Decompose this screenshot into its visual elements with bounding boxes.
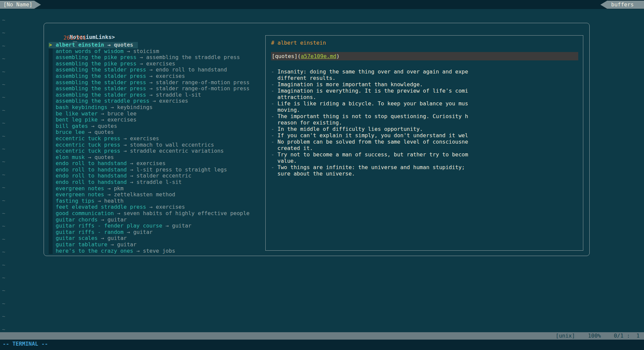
list-item[interactable]: here's to the crazy ones → steve jobs — [44, 248, 299, 254]
gutter — [49, 179, 53, 186]
bullet-dash: - — [271, 164, 277, 170]
gutter — [49, 86, 53, 92]
list-item[interactable]: assembling the stalder press → exercises — [44, 73, 299, 80]
gutter — [49, 229, 53, 236]
list-item[interactable]: endo roll to handstand → stalder eccentr… — [44, 173, 299, 179]
source-note-title: guitar scales — [56, 235, 98, 241]
link-pair-text: be like water → bruce lee — [53, 110, 137, 117]
list-item[interactable]: assembling the stalder press → stalder r… — [44, 80, 299, 86]
mode-indicator: -- TERMINAL -- — [3, 340, 48, 348]
target-note-title: → guitar — [98, 235, 127, 241]
gutter — [49, 248, 53, 254]
source-note-title: evergreen notes — [56, 185, 104, 192]
list-item[interactable]: guitar riffs - random → guitar — [44, 229, 299, 236]
list-item[interactable]: assembling the straddle press → exercise… — [44, 98, 299, 104]
target-note-title: → assembling the straddle press — [137, 54, 240, 60]
target-note-title: → guitar — [107, 241, 137, 248]
tilde-marker: ~ — [2, 94, 9, 100]
list-item[interactable]: bash keybindings → keybindings — [44, 104, 299, 111]
list-item-content: bent leg pike → exercises — [49, 117, 137, 123]
source-note-title: be like water — [56, 110, 98, 117]
source-note-title: evergreen notes — [56, 191, 104, 198]
list-item[interactable]: fasting tips → health — [44, 198, 299, 204]
quote-line-continuation: sure about the universe. — [271, 170, 583, 177]
list-item[interactable]: eccentric tuck press → exercises — [44, 136, 299, 142]
gutter — [49, 173, 53, 179]
list-item[interactable]: assembling the stalder press → straddle … — [44, 92, 299, 98]
list-item[interactable]: bent leg pike → exercises — [44, 117, 299, 123]
list-item[interactable]: good communication → seven habits of hig… — [44, 210, 299, 217]
list-item-content: assembling the straddle press → exercise… — [49, 98, 188, 104]
tilde-marker: ~ — [2, 287, 9, 294]
finder-prompt[interactable]: NotesiumLinks> — [57, 26, 115, 34]
list-item[interactable]: evergreen notes → zettelkasten method — [44, 192, 299, 198]
target-note-title: → stalder eccentric — [127, 172, 192, 179]
tilde-marker: ~ — [2, 184, 9, 191]
list-item[interactable]: endo roll to handstand → straddle l-sit — [44, 179, 299, 186]
list-item[interactable]: assembling the pike press → exercises — [44, 61, 299, 67]
list-item-content: evergreen notes → pkm — [49, 186, 123, 192]
target-note-title: → exercises — [120, 135, 159, 142]
source-note-title: fasting tips — [56, 198, 95, 204]
tab-buffers[interactable]: buffers — [600, 1, 644, 9]
quote-line: - Life is like riding a bicycle. To keep… — [271, 100, 583, 107]
tilde-marker: ~ — [2, 326, 9, 333]
quote-list: - Insanity: doing the same thing over an… — [271, 68, 583, 177]
gutter — [49, 117, 53, 123]
gutter — [49, 48, 53, 55]
tab-no-name[interactable]: [No Name] — [0, 1, 41, 9]
source-note-title: here's to the crazy ones — [56, 248, 133, 254]
gutter — [49, 67, 53, 73]
quote-line: - The important thing is not to stop que… — [271, 113, 583, 119]
list-item-content: >albert einstein → quotes — [49, 42, 138, 48]
fuzzy-finder-window: NotesiumLinks> 261/261 >albert einstein … — [44, 23, 590, 256]
list-item[interactable]: assembling the pike press → assembling t… — [44, 54, 299, 61]
list-item[interactable]: eccentric tuck press → stomach to wall e… — [44, 142, 299, 148]
list-item[interactable]: guitar scales → guitar — [44, 235, 299, 242]
tilde-marker: ~ — [2, 55, 9, 62]
target-note-title: → exercises — [137, 60, 175, 67]
list-item-content: endo roll to handstand → straddle l-sit — [49, 179, 182, 186]
source-note-title: assembling the straddle press — [56, 98, 149, 104]
link-pair-text: bruce lee → quotes — [53, 129, 114, 135]
list-item[interactable]: evergreen notes → pkm — [44, 186, 299, 192]
list-item[interactable]: guitar chords → guitar — [44, 217, 299, 223]
target-note-title: → seven habits of highly effective peopl… — [114, 210, 250, 216]
source-note-title: feet elevated straddle press — [56, 204, 146, 210]
list-item[interactable]: elon musk → quotes — [44, 154, 299, 161]
target-note-title: → stalder range-of-motion press — [146, 79, 250, 86]
source-note-title: assembling the stalder press — [56, 73, 146, 79]
list-item[interactable]: be like water → bruce lee — [44, 111, 299, 117]
gutter — [49, 61, 53, 67]
tilde-marker: ~ — [2, 43, 9, 49]
link-pair-text: guitar chords → guitar — [53, 216, 127, 223]
gutter — [49, 73, 53, 80]
markdown-link-line: [quotes](a57e109e.md) — [271, 52, 578, 60]
list-item[interactable]: feet elevated straddle press → exercises — [44, 204, 299, 210]
list-item[interactable]: bruce lee → quotes — [44, 129, 299, 136]
link-filename: a57e109e.md — [301, 53, 336, 59]
quote-line-continuation: attractions. — [271, 94, 583, 100]
gutter — [49, 136, 53, 142]
list-item[interactable]: endo roll to handstand → l-sit press to … — [44, 167, 299, 173]
source-note-title: guitar tablature — [56, 241, 107, 248]
list-item[interactable]: bill gates → quotes — [44, 123, 299, 130]
list-item[interactable]: anton words of wisdom → stoicism — [44, 48, 299, 55]
tilde-marker: ~ — [2, 171, 9, 178]
bullet-dash: - — [271, 88, 277, 94]
list-item[interactable]: assembling the stalder press → stalder r… — [44, 86, 299, 92]
target-note-title: → straddle eccentric variations — [120, 148, 224, 154]
list-item[interactable]: assembling the stalder press → endo roll… — [44, 67, 299, 73]
list-item[interactable]: guitar riffs - fender play course → guit… — [44, 223, 299, 229]
list-item[interactable]: endo roll to handstand → exercises — [44, 160, 299, 167]
gutter — [49, 148, 53, 154]
link-pair-text: assembling the stalder press → endo roll… — [53, 66, 227, 73]
link-pair-text: eccentric tuck press → exercises — [53, 135, 159, 142]
list-item[interactable]: >albert einstein → quotes — [44, 42, 299, 48]
target-note-title: → bruce lee — [98, 110, 137, 117]
gutter — [49, 235, 53, 242]
gutter — [49, 92, 53, 98]
source-note-title: bruce lee — [56, 129, 85, 135]
list-item[interactable]: guitar tablature → guitar — [44, 242, 299, 248]
list-item[interactable]: eccentric tuck press → straddle eccentri… — [44, 148, 299, 154]
